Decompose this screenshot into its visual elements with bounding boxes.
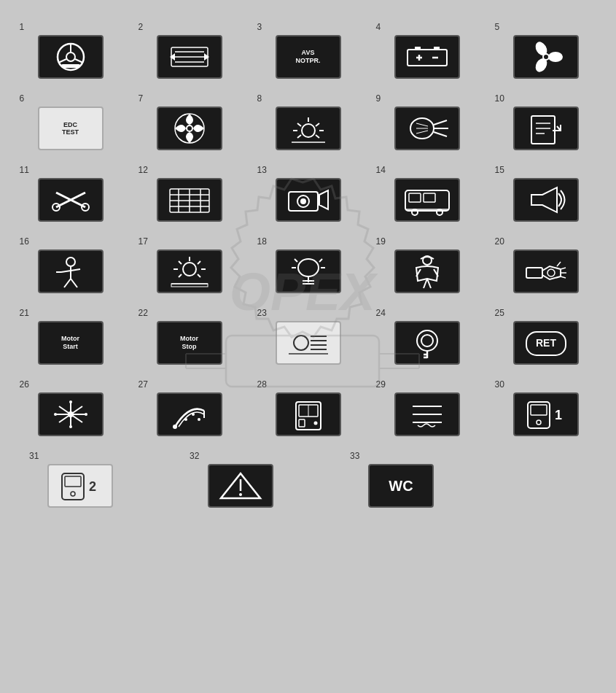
svg-line-12	[75, 59, 83, 63]
battery-icon	[402, 39, 453, 75]
svg-point-129	[54, 413, 57, 416]
icon-number-26: 26	[12, 379, 29, 390]
button-21-motor-start[interactable]: Motor Start	[38, 321, 104, 365]
svg-marker-18	[170, 53, 175, 61]
svg-rect-21	[415, 47, 421, 50]
button-26[interactable]	[38, 392, 104, 436]
heat-element-icon	[402, 396, 453, 433]
adjustment-arrows-icon	[164, 39, 215, 75]
button-22-motor-stop[interactable]: Motor Stop	[157, 321, 222, 365]
icon-number-14: 14	[369, 165, 386, 175]
cell-22: 22 Motor Stop	[131, 308, 248, 365]
button-10[interactable]	[513, 107, 579, 150]
button-27[interactable]	[157, 392, 222, 436]
cell-19: 19	[369, 236, 486, 293]
row-1: 1 2	[7, 18, 609, 82]
lamp-indicator-icon	[283, 253, 334, 290]
svg-rect-139	[299, 419, 305, 427]
button-14[interactable]	[394, 178, 460, 222]
worker-person-icon	[402, 253, 453, 290]
icon-number-20: 20	[488, 236, 504, 247]
button-1[interactable]	[38, 35, 104, 79]
button-29[interactable]	[394, 392, 460, 436]
snowflake-settings-icon	[45, 396, 96, 433]
cell-16: 16	[12, 236, 129, 293]
svg-point-140	[313, 422, 317, 425]
svg-point-126	[68, 411, 74, 417]
svg-rect-145	[531, 405, 547, 415]
button-28[interactable]	[276, 392, 341, 436]
ret-icon: RET	[521, 325, 572, 361]
icon-number-33: 33	[343, 451, 359, 461]
button-8[interactable]	[276, 107, 341, 150]
svg-rect-50	[531, 116, 555, 144]
svg-line-106	[561, 268, 566, 269]
train-car-icon	[402, 182, 453, 218]
icon-number-18: 18	[250, 236, 267, 247]
cell-18: 18	[250, 236, 367, 293]
svg-line-11	[58, 59, 66, 63]
svg-rect-22	[434, 47, 440, 50]
icon-number-16: 16	[12, 236, 29, 247]
row-7: 31 2 32 33	[7, 447, 609, 511]
button-5[interactable]	[513, 35, 579, 79]
icon-number-28: 28	[250, 379, 267, 390]
button-24[interactable]	[394, 321, 460, 365]
svg-point-30	[544, 55, 548, 59]
button-16[interactable]	[38, 249, 104, 293]
svg-point-131	[173, 425, 177, 429]
cell-27: 27	[131, 379, 248, 436]
button-4[interactable]	[394, 35, 460, 79]
svg-text:RET: RET	[536, 337, 556, 349]
motor-start-text: Motor Start	[61, 335, 79, 351]
svg-line-40	[297, 135, 301, 138]
icon-number-23: 23	[250, 308, 267, 318]
row-2: 6 EDC TEST 7 8	[7, 90, 609, 154]
svg-text:2: 2	[89, 479, 96, 494]
button-23[interactable]	[276, 321, 341, 365]
button-25[interactable]: RET	[513, 321, 579, 365]
cell-26: 26	[12, 379, 129, 436]
button-15[interactable]	[513, 178, 579, 222]
icon-number-8: 8	[250, 93, 262, 104]
svg-point-133	[184, 418, 187, 421]
button-7[interactable]	[157, 107, 222, 150]
button-20[interactable]	[513, 249, 579, 293]
icon-number-5: 5	[488, 22, 500, 32]
button-6[interactable]: EDC TEST	[38, 107, 104, 150]
button-17[interactable]	[157, 249, 222, 293]
button-12[interactable]	[157, 178, 222, 222]
button-32[interactable]	[208, 464, 273, 508]
button-3[interactable]: AVS NOTPR.	[276, 35, 341, 79]
cell-11: 11	[12, 165, 129, 222]
button-19[interactable]	[394, 249, 460, 293]
cell-25: 25 RET	[488, 308, 604, 365]
button-33[interactable]: WC	[368, 464, 434, 508]
icon-number-31: 31	[22, 451, 39, 461]
cell-17: 17	[131, 236, 248, 293]
button-9[interactable]	[394, 107, 460, 150]
svg-point-76	[66, 258, 75, 266]
cell-33: 33 WC	[343, 451, 459, 508]
edc-test-text: EDC TEST	[62, 121, 79, 136]
cell-7: 7	[131, 93, 248, 150]
scissors-cross-icon	[45, 182, 96, 218]
row-3: 11 12	[7, 161, 609, 225]
icon-number-29: 29	[369, 379, 386, 390]
cell-24: 24	[369, 308, 486, 365]
button-30[interactable]: 1	[513, 392, 579, 436]
svg-point-130	[85, 413, 87, 416]
icon-number-15: 15	[488, 165, 504, 175]
svg-line-80	[71, 279, 77, 287]
button-31[interactable]: 2	[47, 464, 113, 508]
icon-number-10: 10	[488, 93, 504, 104]
button-2[interactable]	[157, 35, 222, 79]
door-window-icon	[283, 396, 334, 433]
icon-number-27: 27	[131, 379, 148, 390]
svg-point-34	[302, 124, 315, 137]
button-11[interactable]	[38, 178, 104, 222]
svg-line-99	[319, 259, 322, 262]
button-13[interactable]	[276, 178, 341, 222]
cell-30: 30 1	[488, 379, 604, 436]
button-18[interactable]	[276, 249, 341, 293]
